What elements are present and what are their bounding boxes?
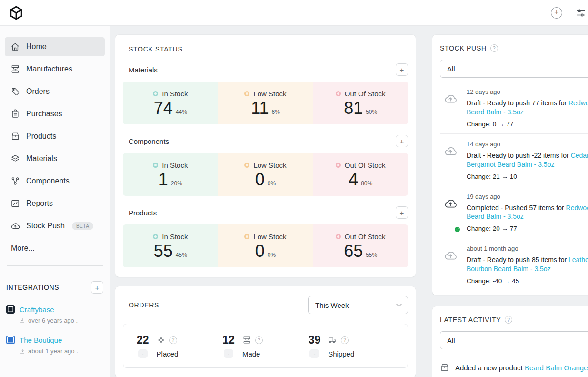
- stock-push-filter-value: All: [447, 65, 455, 73]
- shipped-truck-icon: [328, 336, 337, 345]
- add-product-button[interactable]: [396, 206, 408, 219]
- low-stock-ring-icon: [244, 234, 249, 239]
- filters-sliders-icon[interactable]: [576, 8, 586, 18]
- box-icon: [10, 132, 20, 141]
- stat-tile-low-stock: Low Stock 00%: [218, 224, 313, 267]
- stat-tile-in-stock: In Stock 5545%: [123, 224, 218, 267]
- clipboard-icon: [10, 109, 20, 119]
- orders-stat-placed: 22 - Placed: [137, 334, 222, 358]
- tile-percent: 50%: [366, 109, 377, 116]
- tile-value: 0: [255, 172, 265, 187]
- stat-sub: -: [309, 349, 319, 358]
- sidebar-item-more[interactable]: More...: [5, 239, 105, 258]
- topbar: [0, 0, 588, 26]
- stat-tile-out-of-stock: Out Of Stock 8150%: [313, 82, 408, 124]
- tile-value: 74: [154, 101, 173, 116]
- latest-activity-title: LATEST ACTIVITY: [440, 316, 501, 324]
- brand-logo-cube-icon[interactable]: [9, 5, 24, 20]
- sidebar-item-home[interactable]: Home: [5, 37, 105, 56]
- stat-value: 12: [222, 334, 235, 346]
- tile-label: In Stock: [162, 161, 188, 169]
- orders-period-select[interactable]: This Week: [308, 296, 408, 314]
- integrations-header: INTEGRATIONS: [5, 281, 105, 294]
- stock-section-components: Components In Stock 120% Low Stock 00%: [123, 135, 408, 196]
- stat-tile-in-stock: In Stock 120%: [123, 153, 218, 196]
- tile-label: Low Stock: [253, 233, 286, 241]
- integration-link[interactable]: The Boutique: [20, 336, 62, 344]
- out-of-stock-ring-icon: [336, 163, 341, 168]
- in-stock-ring-icon: [153, 234, 158, 239]
- tile-percent: 0%: [268, 252, 276, 259]
- section-label: Components: [129, 137, 169, 145]
- sidebar-item-label: Manufactures: [26, 65, 72, 73]
- stat-tile-out-of-stock: Out Of Stock 6555%: [313, 224, 408, 267]
- add-material-button[interactable]: [396, 63, 408, 76]
- low-stock-ring-icon: [244, 91, 249, 96]
- content: Home Manufactures Orders Purchases Produ…: [0, 26, 588, 377]
- stock-push-card: STOCK PUSH New Stock Push All 12 days a: [432, 35, 588, 295]
- stock-status-title: STOCK STATUS: [129, 45, 408, 53]
- nodes-icon: [10, 176, 20, 186]
- tile-label: Low Stock: [253, 90, 286, 98]
- sidebar-item-materials[interactable]: Materials: [5, 149, 105, 168]
- tile-percent: 55%: [366, 252, 377, 259]
- stat-tile-out-of-stock: Out Of Stock 480%: [313, 153, 408, 196]
- tile-percent: 80%: [361, 180, 372, 188]
- entry-time: about 1 month ago: [467, 245, 588, 252]
- stat-tile-low-stock: Low Stock 116%: [218, 82, 313, 124]
- latest-activity-filter-value: All: [447, 336, 455, 345]
- entry-text: Draft - Ready to push 77 items for: [467, 99, 568, 107]
- download-icon: [20, 348, 25, 354]
- stock-push-filter-select[interactable]: All: [440, 60, 588, 78]
- integration-the-boutique: The Boutique about 1 year ago .: [5, 336, 105, 355]
- tile-value: 1: [159, 172, 168, 187]
- out-of-stock-ring-icon: [336, 234, 341, 239]
- tile-label: Out Of Stock: [345, 90, 386, 98]
- add-circle-icon[interactable]: [551, 7, 562, 19]
- sidebar-item-stock-push[interactable]: Stock Push BETA: [5, 216, 105, 235]
- entry-change: Change: 20 → 77: [467, 225, 588, 232]
- sidebar-item-orders[interactable]: Orders: [5, 82, 105, 101]
- sidebar-item-manufactures[interactable]: Manufactures: [5, 60, 105, 79]
- entry-change: Change: 0 → 77: [467, 121, 588, 128]
- sidebar-item-purchases[interactable]: Purchases: [5, 104, 105, 123]
- sidebar-item-reports[interactable]: Reports: [5, 194, 105, 213]
- cloud-upload-icon: [442, 141, 460, 180]
- tile-label: Low Stock: [253, 161, 286, 169]
- integration-meta: about 1 year ago .: [28, 347, 78, 355]
- made-machine-icon: [242, 336, 251, 345]
- help-icon[interactable]: [490, 44, 498, 52]
- sidebar-item-products[interactable]: Products: [5, 127, 105, 146]
- tile-percent: 45%: [176, 252, 187, 259]
- stat-sub: -: [138, 349, 148, 358]
- cloud-upload-icon: [10, 221, 20, 231]
- stat-label: Shipped: [328, 350, 354, 358]
- help-icon[interactable]: [341, 336, 349, 344]
- sidebar-item-label: Purchases: [26, 110, 62, 118]
- sidebar-item-components[interactable]: Components: [5, 172, 105, 191]
- entry-change: Change: 21 → 10: [467, 173, 588, 180]
- layers-icon: [10, 154, 20, 163]
- completed-check-icon: [454, 226, 461, 233]
- entry-text: Draft - Ready to push 85 items for: [467, 256, 568, 264]
- home-icon: [10, 42, 20, 51]
- in-stock-ring-icon: [153, 91, 158, 96]
- section-label: Products: [129, 209, 157, 217]
- sidebar-item-label: More...: [11, 244, 35, 253]
- activity-item-link[interactable]: Beard Balm Orange: [525, 364, 588, 372]
- integration-link[interactable]: Craftybase: [20, 306, 54, 314]
- sidebar-item-label: Home: [26, 42, 47, 51]
- add-integration-button[interactable]: [91, 281, 103, 294]
- help-icon[interactable]: [255, 336, 263, 344]
- in-stock-ring-icon: [153, 163, 158, 168]
- tile-value: 0: [255, 244, 265, 259]
- add-component-button[interactable]: [396, 135, 408, 147]
- product-added-icon: [440, 363, 449, 372]
- help-icon[interactable]: [169, 336, 177, 344]
- sidebar-item-label: Materials: [26, 154, 57, 163]
- integrations-title: INTEGRATIONS: [6, 284, 59, 291]
- sidebar-item-label: Stock Push: [26, 222, 65, 230]
- latest-activity-filter-select[interactable]: All: [440, 331, 588, 349]
- orders-title: ORDERS: [129, 301, 159, 309]
- help-icon[interactable]: [505, 316, 512, 324]
